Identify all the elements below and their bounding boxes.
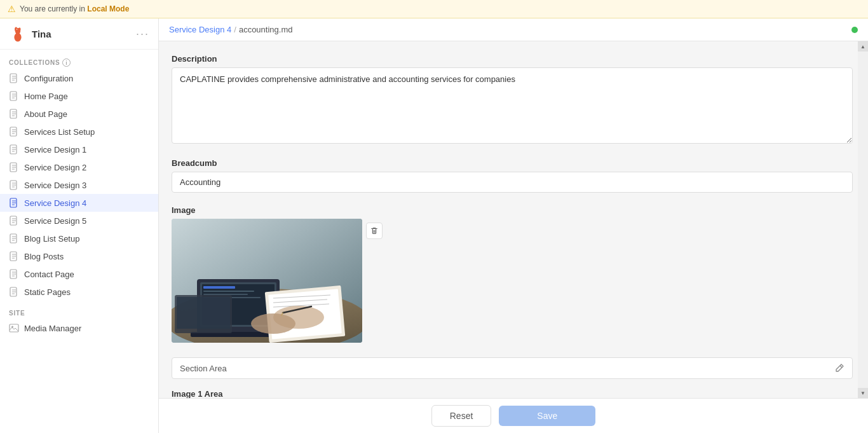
image1-area-field: Image 1 Area bbox=[172, 389, 853, 398]
doc-icon bbox=[9, 162, 19, 172]
svg-rect-27 bbox=[203, 294, 248, 295]
collections-info-icon[interactable]: i bbox=[62, 58, 71, 67]
sidebar-item-about-page[interactable]: About Page bbox=[0, 105, 158, 123]
doc-icon bbox=[9, 180, 19, 190]
scroll-down-arrow[interactable]: ▼ bbox=[858, 388, 868, 398]
accounting-image bbox=[172, 219, 362, 343]
doc-icon bbox=[9, 127, 19, 137]
svg-point-3 bbox=[18, 27, 21, 31]
sidebar-item-service-design-2[interactable]: Service Design 2 bbox=[0, 158, 158, 176]
sidebar-item-static-pages[interactable]: Static Pages bbox=[0, 283, 158, 301]
doc-icon bbox=[9, 144, 19, 155]
image1-area-label: Image 1 Area bbox=[172, 389, 853, 398]
breadcrumb: Service Design 4 / accounting.md bbox=[169, 25, 292, 34]
doc-icon bbox=[9, 73, 19, 83]
sidebar-item-service-design-1[interactable]: Service Design 1 bbox=[0, 141, 158, 158]
sidebar-item-service-design-4[interactable]: Service Design 4 bbox=[0, 194, 158, 212]
warning-icon: ⚠ bbox=[8, 4, 16, 14]
sidebar-item-configuration[interactable]: Configuration bbox=[0, 69, 158, 87]
status-indicator bbox=[851, 27, 858, 33]
doc-icon bbox=[9, 216, 19, 226]
breadcumb-label: Breadcumb bbox=[172, 158, 853, 168]
brand-name: Tina bbox=[32, 29, 51, 39]
svg-point-4 bbox=[17, 29, 17, 29]
section-area-field: Section Area bbox=[172, 357, 853, 379]
doc-icon bbox=[9, 109, 19, 119]
svg-rect-25 bbox=[203, 286, 235, 289]
site-section-label: SITE bbox=[0, 301, 158, 319]
svg-rect-26 bbox=[203, 291, 254, 292]
doc-icon bbox=[9, 269, 19, 279]
sidebar-header: Tina ··· bbox=[0, 18, 158, 50]
local-mode-banner: ⚠ You are currently in Local Mode bbox=[0, 0, 868, 18]
section-area-label: Section Area bbox=[180, 364, 227, 373]
form-area: Description CAPLATINE provides comprehen… bbox=[159, 41, 868, 398]
reset-button[interactable]: Reset bbox=[431, 405, 492, 427]
sidebar-item-service-design-3[interactable]: Service Design 3 bbox=[0, 176, 158, 194]
scrollbar: ▲ ▼ bbox=[858, 41, 868, 398]
doc-icon bbox=[9, 251, 19, 261]
main-content: Service Design 4 / accounting.md Descrip… bbox=[159, 18, 868, 433]
form-footer: Reset Save bbox=[159, 398, 868, 433]
sidebar-item-blog-posts[interactable]: Blog Posts bbox=[0, 247, 158, 265]
sidebar-item-contact-page[interactable]: Contact Page bbox=[0, 265, 158, 283]
sidebar-item-service-design-5[interactable]: Service Design 5 bbox=[0, 212, 158, 230]
trash-icon bbox=[370, 226, 379, 235]
image-delete-button[interactable] bbox=[366, 223, 383, 239]
sidebar-item-services-list-setup[interactable]: Services List Setup bbox=[0, 123, 158, 141]
description-textarea[interactable]: CAPLATINE provides comprehensive adminis… bbox=[172, 67, 853, 144]
description-field: Description CAPLATINE provides comprehen… bbox=[172, 54, 853, 146]
pencil-icon bbox=[834, 363, 844, 373]
svg-point-36 bbox=[251, 313, 295, 334]
save-button[interactable]: Save bbox=[499, 406, 595, 426]
sidebar-item-blog-list-setup[interactable]: Blog List Setup bbox=[0, 230, 158, 247]
image-label: Image bbox=[172, 205, 853, 215]
breadcrumb-current: accounting.md bbox=[239, 25, 293, 34]
image-icon bbox=[9, 323, 19, 333]
doc-icon bbox=[9, 91, 19, 101]
doc-icon bbox=[9, 233, 19, 244]
svg-rect-18 bbox=[10, 324, 18, 332]
doc-icon bbox=[9, 287, 19, 297]
brand: Tina bbox=[9, 25, 51, 43]
image-field: Image bbox=[172, 205, 853, 345]
doc-icon bbox=[9, 198, 19, 208]
image-preview bbox=[172, 219, 362, 343]
breadcrumb-parent-link[interactable]: Service Design 4 bbox=[169, 25, 231, 34]
collections-section-label: COLLECTIONS i bbox=[0, 50, 158, 69]
breadcrumb-bar: Service Design 4 / accounting.md bbox=[159, 18, 868, 41]
sidebar-item-home-page[interactable]: Home Page bbox=[0, 87, 158, 105]
breadcumb-input[interactable] bbox=[172, 172, 853, 193]
banner-text: You are currently in Local Mode bbox=[20, 4, 129, 13]
image-container bbox=[172, 219, 362, 343]
section-area-edit-button[interactable] bbox=[834, 363, 844, 373]
scroll-up-arrow[interactable]: ▲ bbox=[858, 41, 868, 52]
sidebar-item-media-manager[interactable]: Media Manager bbox=[0, 319, 158, 337]
sidebar-menu-dots[interactable]: ··· bbox=[136, 27, 149, 41]
svg-rect-40 bbox=[177, 297, 230, 329]
sidebar: Tina ··· COLLECTIONS i Configuration Hom… bbox=[0, 18, 159, 433]
description-label: Description bbox=[172, 54, 853, 64]
breadcumb-field: Breadcumb bbox=[172, 158, 853, 193]
llama-logo-icon bbox=[9, 25, 27, 43]
